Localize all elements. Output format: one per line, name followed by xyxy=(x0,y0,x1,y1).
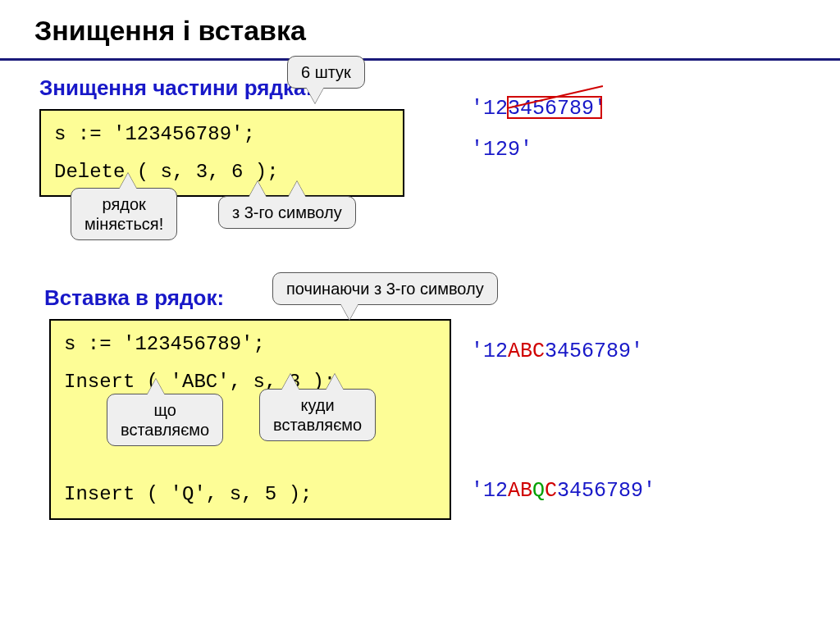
code-line: Delete ( s, 3, 6 ); xyxy=(54,153,390,191)
codebox-delete: s := '123456789'; Delete ( s, 3, 6 ); xyxy=(39,109,404,197)
callout-tail-icon xyxy=(288,181,306,198)
strike-box-icon xyxy=(507,96,602,119)
result-segment: 3456789' xyxy=(545,340,643,363)
page-title: Знищення і вставка xyxy=(34,15,840,47)
section1-heading: Знищення частини рядка: xyxy=(39,75,840,101)
callout-from-3rd: з 3-го символу xyxy=(218,196,356,229)
callout-text: що вставляємо xyxy=(121,401,209,439)
callout-text: куди вставляємо xyxy=(273,396,362,434)
callout-text: з 3-го символу xyxy=(232,203,342,221)
callout-tail-icon xyxy=(249,181,267,198)
code-line: s := '123456789'; xyxy=(64,326,436,363)
callout-string-changes: рядок міняється! xyxy=(71,188,177,240)
result-insert-q: '12ABQC3456789' xyxy=(471,479,655,503)
title-bar: Знищення і вставка xyxy=(0,0,840,61)
callout-what-insert: що вставляємо xyxy=(107,394,223,446)
callout-text: рядок міняється! xyxy=(84,195,163,233)
callout-tail-icon xyxy=(306,87,324,103)
result-insert-abc: '12ABC3456789' xyxy=(471,340,643,363)
result-segment: '12 xyxy=(471,479,508,503)
callout-tail-icon xyxy=(281,374,299,390)
callout-tail-icon xyxy=(326,374,344,390)
callout-tail-icon xyxy=(119,173,137,189)
callout-tail-icon xyxy=(147,379,165,395)
result-segment: 3456789' xyxy=(557,479,655,503)
callout-starting-3rd: починаючи з 3-го символу xyxy=(272,272,498,305)
callout-6pieces: 6 штук xyxy=(287,56,365,89)
callout-text: починаючи з 3-го символу xyxy=(286,280,484,298)
callout-text: 6 штук xyxy=(301,63,351,81)
content-area: Знищення частини рядка: s := '123456789'… xyxy=(0,61,840,520)
result-segment-red: C xyxy=(545,479,557,503)
callout-tail-icon xyxy=(340,303,358,320)
result-segment: '12 xyxy=(471,340,508,363)
result-segment-red: AB xyxy=(508,479,532,503)
code-line: s := '123456789'; xyxy=(54,116,390,153)
result-segment-green: Q xyxy=(532,479,545,503)
code-line: Insert ( 'Q', s, 5 ); xyxy=(64,476,436,513)
result-after-delete: '129' xyxy=(471,138,532,162)
result-segment-red: ABC xyxy=(508,340,545,363)
callout-where-insert: куди вставляємо xyxy=(259,389,376,441)
